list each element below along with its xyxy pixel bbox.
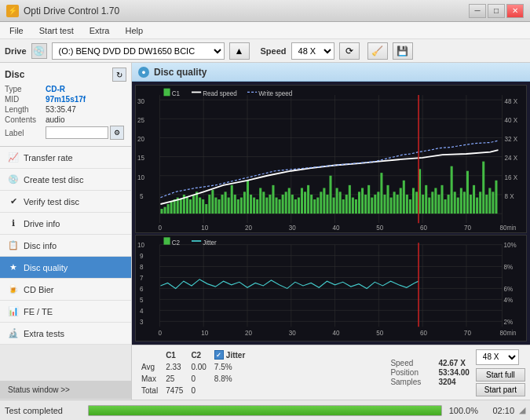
svg-text:6%: 6% (504, 285, 514, 294)
svg-text:24 X: 24 X (505, 154, 518, 163)
sidebar-item-extra-tests[interactable]: 🔬 Extra tests (0, 323, 131, 345)
svg-text:4%: 4% (504, 296, 514, 305)
eject-button[interactable]: ▲ (229, 42, 250, 60)
row-avg-c2: 0.00 (188, 362, 209, 372)
verify-test-disc-icon: ✔ (8, 196, 19, 207)
row-avg-label: Avg (138, 362, 161, 372)
menu-help[interactable]: Help (119, 24, 149, 37)
action-speed-select[interactable]: 48 X (476, 349, 519, 365)
col-header-c2: C2 (188, 349, 209, 360)
svg-text:8: 8 (140, 263, 144, 272)
svg-rect-85 (377, 192, 379, 214)
svg-rect-25 (186, 196, 188, 214)
disc-quality-icon: ★ (8, 262, 19, 273)
svg-rect-49 (262, 192, 265, 214)
svg-text:Jitter: Jitter (203, 238, 217, 247)
svg-text:5: 5 (140, 192, 144, 200)
svg-rect-82 (367, 185, 370, 214)
save-button[interactable]: 💾 (393, 42, 413, 60)
sidebar-item-cd-bier[interactable]: 🍺 CD Bier (0, 279, 131, 301)
minimize-button[interactable]: ─ (469, 4, 486, 18)
row-max-c1: 25 (163, 374, 186, 384)
sidebar-item-disc-quality[interactable]: ★ Disc quality (0, 257, 131, 279)
drive-label: Drive (5, 46, 27, 56)
sidebar-item-label: Disc quality (24, 263, 68, 272)
sidebar-item-transfer-rate[interactable]: 📈 Transfer rate (0, 147, 131, 169)
disc-label-input[interactable] (46, 126, 108, 139)
svg-rect-61 (301, 188, 303, 214)
svg-text:40: 40 (333, 328, 340, 337)
speed-select[interactable]: 48 X (291, 42, 334, 60)
svg-rect-107 (448, 195, 450, 214)
svg-text:8 X: 8 X (505, 192, 514, 200)
close-button[interactable]: ✕ (506, 4, 524, 18)
svg-rect-78 (355, 199, 357, 214)
menu-extra[interactable]: Extra (83, 24, 116, 37)
menu-file[interactable]: File (3, 24, 30, 37)
svg-rect-100 (425, 185, 427, 214)
svg-rect-97 (415, 192, 418, 214)
drive-select[interactable]: (O:) BENQ DVD DD DW1650 BCIC (52, 42, 225, 60)
create-test-disc-icon: 💿 (8, 174, 19, 185)
svg-rect-86 (380, 173, 382, 214)
svg-text:10: 10 (201, 328, 208, 337)
svg-rect-88 (387, 185, 389, 214)
stats-row-avg: Avg 2.33 0.00 7.5% (138, 362, 248, 372)
sidebar-item-label: FE / TE (24, 307, 53, 316)
sidebar-item-verify-test-disc[interactable]: ✔ Verify test disc (0, 191, 131, 213)
label-settings-button[interactable]: ⚙ (110, 126, 124, 140)
clear-button[interactable]: 🧹 (367, 42, 388, 60)
disc-panel: Disc ↻ Type CD-R MID 97m15s17f Length 53… (0, 63, 131, 147)
svg-rect-122 (495, 181, 497, 214)
svg-text:40 X: 40 X (505, 115, 518, 124)
progress-percent: 100.0% (447, 406, 478, 415)
svg-rect-40 (234, 195, 236, 214)
menu-start-test[interactable]: Start test (33, 24, 80, 37)
svg-rect-54 (279, 199, 281, 214)
sidebar-item-create-test-disc[interactable]: 💿 Create test disc (0, 169, 131, 191)
sidebar: Disc ↻ Type CD-R MID 97m15s17f Length 53… (0, 63, 132, 400)
svg-text:80: 80 (500, 223, 507, 232)
disc-type-value: CD-R (46, 85, 65, 93)
maximize-button[interactable]: □ (488, 4, 505, 18)
svg-rect-74 (342, 199, 345, 214)
svg-rect-43 (243, 192, 246, 214)
svg-text:16 X: 16 X (505, 173, 518, 181)
start-full-button[interactable]: Start full (476, 368, 525, 382)
svg-rect-121 (492, 192, 494, 214)
sidebar-item-drive-info[interactable]: ℹ Drive info (0, 213, 131, 235)
svg-text:30: 30 (137, 97, 144, 105)
svg-rect-75 (345, 195, 348, 214)
svg-rect-59 (294, 199, 297, 214)
sidebar-item-disc-info[interactable]: 📋 Disc info (0, 235, 131, 257)
sidebar-item-status-window[interactable]: Status window >> (0, 381, 131, 400)
svg-rect-39 (231, 185, 233, 214)
row-avg-c1: 2.33 (163, 362, 186, 372)
disc-refresh-button[interactable]: ↻ (112, 68, 126, 82)
svg-rect-81 (364, 195, 367, 214)
svg-text:min: min (507, 330, 516, 338)
svg-text:10: 10 (201, 223, 208, 232)
svg-rect-26 (189, 199, 192, 214)
svg-rect-106 (444, 199, 447, 214)
position-row: Position 53:34.00 (390, 368, 469, 377)
svg-rect-69 (326, 195, 328, 214)
statusbar: Test completed 100.0% 02:10 ◢ (0, 400, 530, 420)
row-max-label: Max (138, 374, 161, 384)
svg-rect-50 (265, 198, 268, 214)
speed-value: 42.67 X (438, 359, 465, 367)
svg-rect-77 (352, 198, 354, 214)
svg-text:40: 40 (333, 223, 340, 232)
jitter-checkbox[interactable]: ✓ (214, 350, 224, 360)
sidebar-item-label: Drive info (24, 219, 60, 228)
status-text: Test completed (5, 406, 83, 415)
start-part-button[interactable]: Start part (476, 383, 525, 396)
sidebar-item-fe-te[interactable]: 📊 FE / TE (0, 301, 131, 323)
refresh-button[interactable]: ⟳ (339, 42, 360, 60)
svg-rect-67 (320, 192, 322, 214)
svg-rect-80 (361, 188, 364, 214)
svg-rect-105 (440, 185, 443, 214)
svg-rect-55 (282, 195, 284, 214)
svg-rect-91 (397, 195, 399, 214)
resize-handle[interactable]: ◢ (519, 405, 525, 415)
